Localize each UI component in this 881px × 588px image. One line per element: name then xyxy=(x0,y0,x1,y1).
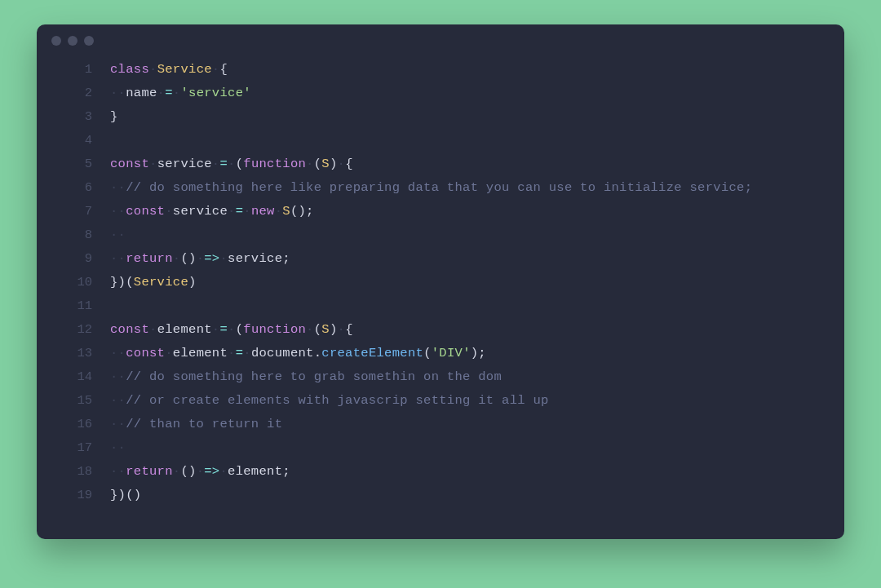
window-titlebar xyxy=(37,24,844,57)
code-content[interactable]: })(Service) xyxy=(110,275,197,290)
code-content[interactable]: const·service·=·(function·(S)·{ xyxy=(110,157,353,171)
line-number: 1 xyxy=(37,62,110,77)
code-content[interactable]: ··const·service·=·new·S(); xyxy=(110,204,314,219)
line-number: 4 xyxy=(37,133,110,148)
code-content[interactable]: ··const·element·=·document.createElement… xyxy=(110,346,486,360)
close-icon[interactable] xyxy=(51,36,61,46)
line-number: 11 xyxy=(37,298,110,313)
code-content[interactable]: ··// or create elements with javascrip s… xyxy=(110,393,549,408)
line-number: 8 xyxy=(37,228,110,242)
minimize-icon[interactable] xyxy=(68,36,77,46)
code-content[interactable]: } xyxy=(110,109,118,124)
line-number: 10 xyxy=(37,275,110,290)
code-content[interactable]: class·Service·{ xyxy=(110,62,228,77)
code-line[interactable]: 10})(Service) xyxy=(37,275,844,298)
code-content[interactable]: ··return·()·=>·service; xyxy=(110,251,290,266)
code-line[interactable]: 8·· xyxy=(37,228,844,251)
code-line[interactable]: 3} xyxy=(37,109,844,133)
line-number: 16 xyxy=(37,417,110,431)
line-number: 6 xyxy=(37,180,110,195)
code-content[interactable]: })() xyxy=(110,488,141,502)
code-line[interactable]: 5const·service·=·(function·(S)·{ xyxy=(37,157,844,180)
code-line[interactable]: 17·· xyxy=(37,440,844,464)
code-editor[interactable]: 1class·Service·{2··name·=·'service'3}45c… xyxy=(37,57,844,539)
line-number: 14 xyxy=(37,369,110,384)
line-number: 12 xyxy=(37,322,110,337)
code-line[interactable]: 13··const·element·=·document.createEleme… xyxy=(37,346,844,369)
code-content[interactable]: ··name·=·'service' xyxy=(110,86,251,100)
code-line[interactable]: 18··return·()·=>·element; xyxy=(37,464,844,488)
code-content[interactable]: ··// than to return it xyxy=(110,417,282,431)
line-number: 9 xyxy=(37,251,110,266)
code-line[interactable]: 1class·Service·{ xyxy=(37,62,844,86)
line-number: 5 xyxy=(37,157,110,171)
code-content[interactable]: ··// do something here to grab somethin … xyxy=(110,369,502,384)
code-line[interactable]: 4 xyxy=(37,133,844,157)
code-content[interactable]: ··return·()·=>·element; xyxy=(110,464,290,479)
code-line[interactable]: 12const·element·=·(function·(S)·{ xyxy=(37,322,844,346)
code-content[interactable]: ·· xyxy=(110,440,126,455)
code-content[interactable]: ·· xyxy=(110,228,126,242)
maximize-icon[interactable] xyxy=(84,36,94,46)
code-line[interactable]: 14··// do something here to grab somethi… xyxy=(37,369,844,393)
line-number: 3 xyxy=(37,109,110,124)
line-number: 17 xyxy=(37,440,110,455)
code-line[interactable]: 15··// or create elements with javascrip… xyxy=(37,393,844,417)
line-number: 7 xyxy=(37,204,110,219)
code-content[interactable]: const·element·=·(function·(S)·{ xyxy=(110,322,353,337)
line-number: 2 xyxy=(37,86,110,100)
code-line[interactable]: 11 xyxy=(37,298,844,322)
code-line[interactable]: 2··name·=·'service' xyxy=(37,86,844,109)
line-number: 18 xyxy=(37,464,110,479)
code-line[interactable]: 6··// do something here like preparing d… xyxy=(37,180,844,204)
line-number: 13 xyxy=(37,346,110,360)
code-line[interactable]: 9··return·()·=>·service; xyxy=(37,251,844,275)
code-line[interactable]: 19})() xyxy=(37,488,844,511)
line-number: 19 xyxy=(37,488,110,502)
code-line[interactable]: 7··const·service·=·new·S(); xyxy=(37,204,844,228)
code-content[interactable]: ··// do something here like preparing da… xyxy=(110,180,752,195)
code-window: 1class·Service·{2··name·=·'service'3}45c… xyxy=(37,24,844,539)
code-line[interactable]: 16··// than to return it xyxy=(37,417,844,440)
line-number: 15 xyxy=(37,393,110,408)
